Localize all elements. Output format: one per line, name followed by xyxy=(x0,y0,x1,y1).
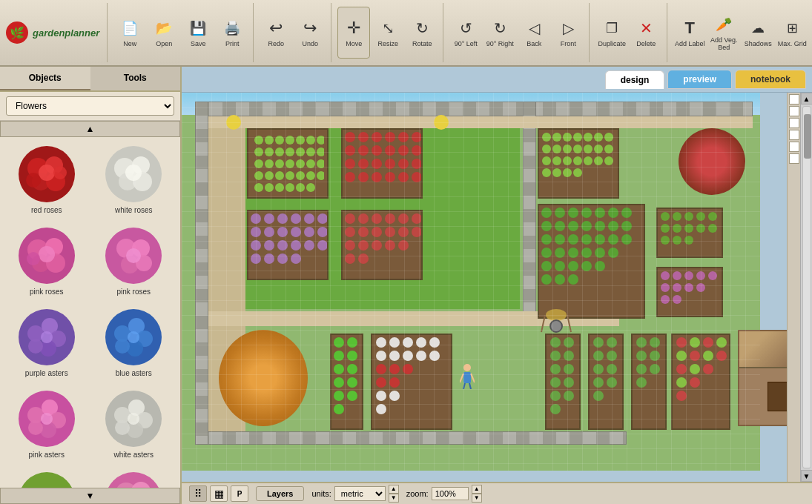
shadows-button[interactable]: ☁ Shadows xyxy=(742,7,774,59)
blue-asters-icon xyxy=(104,308,163,367)
svg-point-207 xyxy=(541,234,552,245)
tab-tools[interactable]: Tools xyxy=(90,67,181,90)
flower-item-pink-asters[interactable]: pink asters xyxy=(6,386,88,462)
svg-point-189 xyxy=(385,240,395,251)
svg-point-218 xyxy=(595,248,605,258)
grid-lines-button[interactable]: ▦ xyxy=(210,485,228,502)
svg-point-131 xyxy=(584,133,593,142)
svg-point-268 xyxy=(376,351,386,361)
red-tree xyxy=(679,128,745,195)
flower-item-pink-roses-2[interactable]: pink roses xyxy=(93,223,175,299)
objects-grid: red roses white roses xyxy=(0,137,180,488)
pink-roses-2-label: pink roses xyxy=(116,288,151,296)
layers-button[interactable]: Layers xyxy=(256,486,304,501)
undo-button[interactable]: ↪ Undo xyxy=(294,7,326,59)
vertical-scrollbar[interactable]: ▲ ▼ xyxy=(800,93,812,482)
svg-point-130 xyxy=(573,133,582,142)
zoom-input[interactable] xyxy=(432,487,469,500)
svg-point-314 xyxy=(703,351,713,361)
shadows-icon: ☁ xyxy=(747,18,768,39)
svg-point-202 xyxy=(568,221,578,231)
tab-objects[interactable]: Objects xyxy=(0,67,90,90)
svg-point-248 xyxy=(684,283,693,292)
zoom-up-arrow[interactable]: ▲ xyxy=(472,485,482,494)
svg-point-278 xyxy=(376,391,386,401)
save-button[interactable]: 💾 Save xyxy=(182,7,214,59)
arrange-tools: ↺ 90° Left ↻ 90° Right ◁ Back ▷ Front xyxy=(445,3,590,62)
units-up-arrow[interactable]: ▲ xyxy=(389,485,399,494)
canvas-scroll[interactable] xyxy=(182,93,787,482)
svg-point-95 xyxy=(306,171,315,180)
svg-line-324 xyxy=(541,315,545,332)
tab-notebook[interactable]: notebook xyxy=(735,70,806,89)
shed-door xyxy=(768,382,787,411)
svg-point-249 xyxy=(696,283,705,292)
tab-design[interactable]: design xyxy=(605,70,665,89)
phlox-icon xyxy=(104,471,163,488)
category-dropdown[interactable]: Flowers Trees Vegetables Structures Path… xyxy=(6,96,174,116)
resize-button[interactable]: ⤡ Resize xyxy=(372,7,404,59)
ruler-sq-6[interactable] xyxy=(789,153,799,164)
ruler-sq-4[interactable] xyxy=(789,130,799,140)
pink-roses-1-label: pink roses xyxy=(30,288,64,296)
svg-point-192 xyxy=(358,253,369,264)
ruler-sq-5[interactable] xyxy=(789,142,799,152)
svg-point-250 xyxy=(661,295,670,304)
open-button[interactable]: 📂 Open xyxy=(148,7,180,59)
rotate90l-button[interactable]: ↺ 90° Left xyxy=(449,7,482,59)
flower-item-phlox[interactable]: phlox xyxy=(93,468,175,488)
redo-button[interactable]: ↩ Redo xyxy=(260,7,292,59)
svg-point-257 xyxy=(347,364,357,374)
svg-point-232 xyxy=(708,212,717,221)
svg-point-78 xyxy=(275,147,284,156)
rotate90r-button[interactable]: ↻ 90° Right xyxy=(483,7,516,59)
svg-point-90 xyxy=(254,171,263,180)
vscroll-down-button[interactable]: ▼ xyxy=(801,470,813,482)
red-roses-label: red roses xyxy=(31,206,62,214)
front-button[interactable]: ▷ Front xyxy=(552,7,584,59)
vscroll-thumb[interactable] xyxy=(804,114,811,159)
ruler-sq-1[interactable] xyxy=(789,94,799,105)
svg-point-212 xyxy=(608,234,618,245)
move-button[interactable]: ✛ Move xyxy=(337,7,370,59)
ruler-sq-2[interactable] xyxy=(789,106,799,116)
tab-preview[interactable]: preview xyxy=(667,70,732,89)
ruler-sq-3[interactable] xyxy=(789,118,799,128)
svg-point-210 xyxy=(581,234,592,245)
print-button[interactable]: 🖨️ Print xyxy=(216,7,248,59)
scroll-down-button[interactable]: ▼ xyxy=(0,488,180,504)
flower-item-white-asters[interactable]: white asters xyxy=(93,386,175,462)
flower-item-pink-roses-1[interactable]: pink roses xyxy=(6,223,88,299)
flower-item-sunflower[interactable]: sunflower xyxy=(6,468,88,488)
add-veg-bed-label: Add Veg. Bed xyxy=(708,36,739,51)
back-button[interactable]: ◁ Back xyxy=(518,7,550,59)
add-label-icon: T xyxy=(679,18,700,39)
svg-point-144 xyxy=(573,156,582,165)
svg-point-120 xyxy=(412,159,421,169)
grid-dots-button[interactable]: ⠿ xyxy=(189,485,207,502)
units-select[interactable]: metric imperial xyxy=(334,486,386,501)
new-button[interactable]: 📄 New xyxy=(113,7,146,59)
flower-item-purple-asters[interactable]: purple asters xyxy=(6,305,88,380)
max-grid-button[interactable]: ⊞ Max. Grid xyxy=(776,7,808,59)
rotate-button[interactable]: ↻ Rotate xyxy=(406,7,438,59)
zoom-down-arrow[interactable]: ▼ xyxy=(472,494,482,503)
svg-point-157 xyxy=(317,213,327,224)
status-bar: ⠿ ▦ P Layers units: metric imperial ▲ ▼ … xyxy=(182,482,812,504)
grid-label-button[interactable]: P xyxy=(231,485,248,502)
svg-point-6 xyxy=(26,173,41,188)
units-down-arrow[interactable]: ▼ xyxy=(389,494,399,503)
flower-item-blue-asters[interactable]: blue asters xyxy=(93,305,175,380)
svg-point-239 xyxy=(673,236,681,245)
scroll-up-button[interactable]: ▲ xyxy=(0,121,180,137)
flower-item-red-roses[interactable]: red roses xyxy=(6,142,88,217)
duplicate-button[interactable]: ❐ Duplicate xyxy=(595,7,628,59)
add-label-label: Add Label xyxy=(675,40,705,47)
veg-bed-5 xyxy=(341,210,423,280)
delete-button[interactable]: ✕ Delete xyxy=(630,7,662,59)
veg-bed-3 xyxy=(538,128,619,199)
flower-item-white-roses[interactable]: white roses xyxy=(93,142,175,217)
vscroll-up-button[interactable]: ▲ xyxy=(801,93,813,105)
add-veg-bed-button[interactable]: 🥕 Add Veg. Bed xyxy=(707,7,740,59)
add-label-button[interactable]: T Add Label xyxy=(673,7,706,59)
